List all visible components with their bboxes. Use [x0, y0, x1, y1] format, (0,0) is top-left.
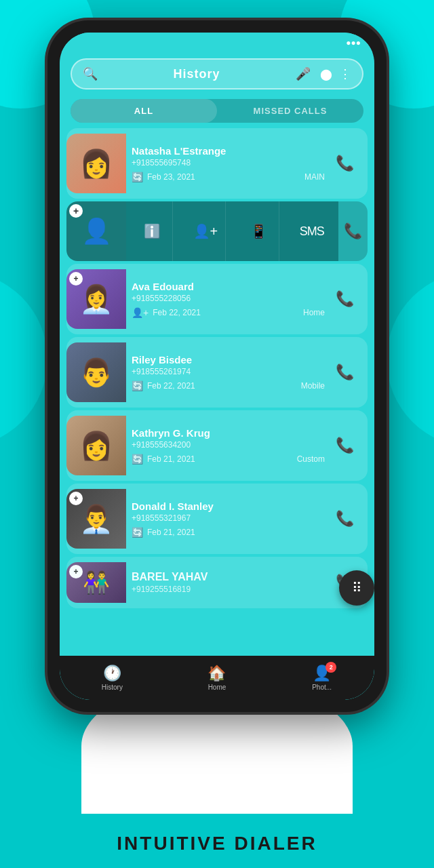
quick-actions: ℹ️ 👤+ 📱 SMS — [126, 201, 338, 261]
list-item[interactable]: 👩‍💼 + Ava Edouard +918555228056 👤+ Feb 2… — [66, 264, 368, 334]
contact-info: Donald I. Stanley +918555321967 🔄 Feb 21… — [126, 496, 330, 542]
list-item[interactable]: 👨‍💼 + Donald I. Stanley +918555321967 🔄 … — [66, 484, 368, 554]
microphone-icon[interactable]: 🎤 — [296, 66, 311, 81]
avatar: 👫 + — [66, 562, 126, 603]
contact-info: Riley Bisdee +918555261974 🔄 Feb 22, 202… — [126, 350, 330, 395]
more-options-icon[interactable]: ⋮ — [339, 66, 351, 81]
home-icon: 🏠 — [208, 665, 226, 682]
info-button[interactable]: ℹ️ — [132, 201, 173, 261]
call-date: Feb 23, 2021 — [147, 172, 195, 182]
call-history-icon: 🔄 — [132, 172, 143, 182]
bg-decoration-mid-right — [387, 271, 434, 448]
history-icon: 🕐 — [103, 665, 121, 682]
contact-number: +918555321967 — [132, 513, 325, 523]
list-item[interactable]: 👨 Riley Bisdee +918555261974 🔄 Feb 22, 2… — [66, 337, 368, 408]
contact-name: Riley Bisdee — [132, 354, 325, 366]
phone-frame: ●●● 🔍 History 🎤 ⬤ ⋮ ALL MISSED CALLS 👩 N… — [47, 20, 387, 712]
avatar-icon[interactable]: ⬤ — [320, 68, 332, 81]
avatar-placeholder: + 👤 — [66, 201, 126, 261]
call-button[interactable]: 📞 — [330, 437, 359, 454]
contact-number: +918555261974 — [132, 367, 325, 376]
call-history-icon: 🔄 — [132, 380, 143, 391]
add-badge: + — [69, 272, 83, 285]
call-list: 👩 Natasha L'Estrange +918555695748 🔄 Feb… — [60, 128, 374, 615]
list-item[interactable]: 👫 + BAREL YAHAV +919255516819 📞 — [66, 557, 368, 608]
call-button[interactable]: 📞 — [330, 290, 359, 308]
bottom-navigation: 🕐 History 🏠 Home 👤 2 Phot... — [60, 656, 374, 700]
list-item[interactable]: 👩 Natasha L'Estrange +918555695748 🔄 Feb… — [66, 128, 368, 199]
contact-name: Kathryn G. Krug — [132, 427, 325, 439]
call-button[interactable]: 📞 — [338, 222, 368, 240]
avatar: 👩‍💼 + — [66, 269, 126, 329]
call-history-icon: 🔄 — [132, 527, 143, 538]
call-date: Feb 22, 2021 — [153, 308, 201, 317]
contact-number: +919255516819 — [132, 585, 325, 594]
nav-home-label: Home — [208, 684, 226, 691]
bg-decoration-mid-left — [0, 271, 47, 448]
call-button[interactable]: 📞 — [330, 510, 359, 528]
sms-button[interactable]: SMS — [292, 201, 332, 261]
tab-bar: ALL MISSED CALLS — [71, 99, 363, 123]
contact-info: BAREL YAHAV +919255516819 — [126, 567, 330, 598]
nav-photos-label: Phot... — [312, 684, 332, 691]
contact-info: Ava Edouard +918555228056 👤+ Feb 22, 202… — [126, 277, 330, 322]
call-date: Feb 21, 2021 — [147, 528, 195, 537]
nav-history[interactable]: 🕐 History — [92, 665, 132, 691]
dialpad-fab[interactable]: ⠿ — [339, 570, 374, 606]
contact-name: Donald I. Stanley — [132, 500, 325, 512]
status-bar: ●●● — [60, 33, 374, 53]
avatar: 👨 — [66, 342, 126, 402]
search-label: History — [104, 67, 289, 81]
call-type: Custom — [297, 454, 325, 464]
search-icon: 🔍 — [83, 66, 98, 81]
call-type: Mobile — [301, 381, 325, 391]
avatar: 👩 — [66, 134, 126, 193]
phone-screen: ●●● 🔍 History 🎤 ⬤ ⋮ ALL MISSED CALLS 👩 N… — [60, 33, 374, 700]
tab-missed-calls[interactable]: MISSED CALLS — [217, 99, 363, 123]
nav-photos[interactable]: 👤 2 Phot... — [302, 665, 342, 691]
add-badge: + — [69, 565, 83, 578]
nav-history-label: History — [102, 684, 123, 691]
tab-all[interactable]: ALL — [71, 99, 217, 123]
avatar: 👩 — [66, 416, 126, 475]
contact-number: +918555228056 — [132, 294, 325, 303]
contact-name: BAREL YAHAV — [132, 571, 325, 583]
call-button[interactable]: 📞 — [330, 155, 359, 172]
list-item[interactable]: 👩 Kathryn G. Krug +918555634200 🔄 Feb 21… — [66, 410, 368, 481]
avatar: 👨‍💼 + — [66, 489, 126, 549]
app-title: INTUITIVE DIALER — [0, 833, 434, 854]
add-badge: + — [69, 492, 83, 505]
contact-name: Natasha L'Estrange — [132, 145, 325, 157]
add-contact-button[interactable]: 👤+ — [185, 201, 226, 261]
contact-name: Ava Edouard — [132, 281, 325, 292]
list-item-expanded[interactable]: + 👤 ℹ️ 👤+ 📱 SMS 📞 — [66, 201, 368, 261]
contact-number: +918555695748 — [132, 158, 325, 167]
contact-info: Natasha L'Estrange +918555695748 🔄 Feb 2… — [126, 141, 330, 186]
nav-home[interactable]: 🏠 Home — [197, 665, 237, 691]
call-date: Feb 21, 2021 — [147, 454, 195, 464]
call-button[interactable]: 📞 — [330, 363, 359, 381]
notification-badge: 2 — [326, 662, 336, 673]
call-history-icon: 🔄 — [132, 454, 143, 465]
contact-info: Kathryn G. Krug +918555634200 🔄 Feb 21, … — [126, 423, 330, 469]
call-type: MAIN — [304, 172, 325, 182]
call-date: Feb 22, 2021 — [147, 381, 195, 391]
whatsapp-button[interactable]: 📱 — [239, 201, 279, 261]
contact-number: +918555634200 — [132, 440, 325, 450]
call-history-icon: 👤+ — [132, 307, 149, 318]
call-type: Home — [303, 308, 325, 317]
add-badge: + — [69, 204, 83, 218]
search-bar[interactable]: 🔍 History 🎤 ⬤ ⋮ — [71, 58, 363, 90]
